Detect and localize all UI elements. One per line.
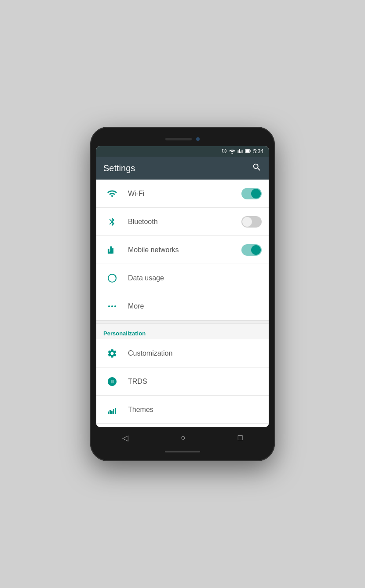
home-button[interactable]: ○	[177, 430, 189, 446]
page-title: Settings	[103, 163, 135, 173]
alarm-icon	[222, 148, 227, 154]
phone-bottom-bar	[96, 451, 269, 452]
personalization-section: Personalization Customization	[96, 324, 269, 424]
trds-icon	[103, 376, 121, 387]
svg-rect-1	[245, 150, 249, 152]
status-icons: 5:34	[222, 148, 263, 154]
bluetooth-item[interactable]: Bluetooth	[96, 208, 269, 236]
phone-nav-bar: ◁ ○ □	[96, 427, 269, 448]
themes-label: Themes	[128, 406, 262, 414]
trds-item[interactable]: TRDS	[96, 368, 269, 396]
data-usage-item[interactable]: Data usage	[96, 264, 269, 292]
svg-rect-8	[108, 412, 109, 414]
themes-icon	[103, 404, 121, 415]
wifi-item[interactable]: Wi-Fi	[96, 180, 269, 208]
mobile-signal-icon	[103, 245, 121, 255]
phone-top-bar	[96, 135, 269, 143]
wifi-icon	[103, 188, 121, 199]
mobile-networks-label: Mobile networks	[128, 246, 241, 254]
status-bar: 5:34	[96, 146, 269, 157]
gear-icon	[103, 348, 121, 359]
phone-frame: 5:34 Settings	[90, 127, 275, 461]
personalization-header: Personalization	[96, 324, 269, 339]
svg-point-5	[111, 305, 113, 307]
wifi-status-icon	[229, 148, 235, 154]
phone-camera	[196, 137, 200, 141]
bluetooth-label: Bluetooth	[128, 218, 241, 226]
more-dots-icon	[103, 301, 121, 312]
mobile-networks-item[interactable]: Mobile networks	[96, 236, 269, 264]
back-button[interactable]: ◁	[119, 430, 132, 446]
phone-speaker	[165, 138, 192, 140]
svg-rect-9	[110, 410, 111, 414]
wireless-section: Wi-Fi Bluetooth	[96, 180, 269, 320]
search-button[interactable]	[252, 162, 262, 174]
more-item[interactable]: More	[96, 292, 269, 320]
signal-status-icon	[237, 148, 243, 154]
recent-button[interactable]: □	[234, 430, 246, 446]
battery-status-icon	[245, 148, 251, 154]
wifi-label: Wi-Fi	[128, 190, 241, 198]
svg-point-6	[114, 305, 116, 307]
data-usage-icon	[103, 273, 121, 283]
svg-point-4	[108, 305, 110, 307]
settings-list: Wi-Fi Bluetooth	[96, 180, 269, 427]
phone-home-bar	[165, 451, 200, 452]
svg-rect-12	[115, 408, 116, 414]
more-label: More	[128, 302, 262, 310]
section-divider	[96, 320, 269, 324]
customization-item[interactable]: Customization	[96, 339, 269, 368]
bluetooth-toggle[interactable]	[241, 216, 262, 228]
app-bar: Settings	[96, 157, 269, 180]
svg-rect-11	[113, 409, 114, 414]
status-time: 5:34	[253, 148, 263, 154]
svg-rect-10	[111, 411, 113, 414]
wifi-toggle[interactable]	[241, 188, 262, 199]
bluetooth-icon	[103, 217, 121, 227]
phone-screen: 5:34 Settings	[96, 146, 269, 427]
mobile-networks-toggle[interactable]	[241, 244, 262, 256]
themes-item[interactable]: Themes	[96, 396, 269, 424]
svg-rect-2	[250, 150, 251, 152]
trds-label: TRDS	[128, 378, 262, 386]
customization-label: Customization	[128, 349, 262, 357]
data-usage-label: Data usage	[128, 274, 262, 282]
